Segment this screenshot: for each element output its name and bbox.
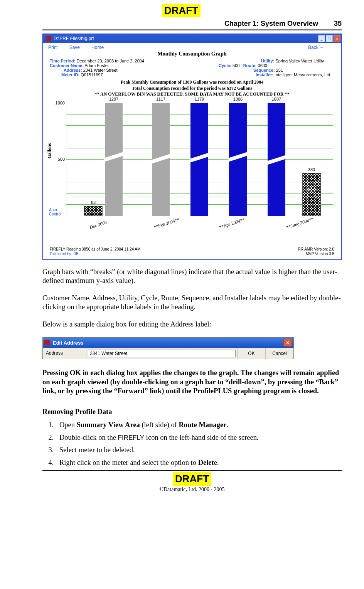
- dialog-titlebar: Edit Address ×: [43, 338, 293, 348]
- meter-label[interactable]: Meter ID:: [61, 72, 79, 77]
- installer-label[interactable]: Installer:: [256, 72, 273, 77]
- peak-summary: Peak Monthly Consumption of 1389 Gallons…: [43, 79, 341, 98]
- bar-value: 1306: [226, 97, 249, 101]
- x-label: **June 2004**: [285, 216, 314, 231]
- address-input[interactable]: [88, 350, 236, 357]
- sequence-value: 251: [276, 68, 283, 72]
- copyright: ©Datamatic, Ltd. 2000 - 2005: [42, 486, 342, 493]
- bar-value: 1117: [149, 97, 172, 101]
- section-heading: Removing Profile Data: [42, 408, 342, 416]
- print-link[interactable]: Print: [48, 45, 58, 50]
- edit-address-dialog: Edit Address × Address OK Cancel: [42, 337, 294, 359]
- installer-value: Intelligent Measurements, Ltd: [275, 72, 330, 77]
- app-icon: [46, 36, 51, 41]
- draft-watermark-top: DRAFT: [162, 4, 201, 17]
- footer-version-2: MVP Version 3.5: [298, 252, 334, 256]
- dialog-field-label: Address: [43, 348, 86, 359]
- page-header: Chapter 1: System Overview 35: [42, 20, 342, 28]
- utility-value: Spring Valley Water Utility: [275, 59, 324, 63]
- route-label[interactable]: Route:: [243, 63, 257, 68]
- plot-area: 1000 500 83 1297 1117 1179 1306 1087 380: [66, 103, 333, 216]
- y-axis-label: Gallons: [47, 143, 52, 158]
- peak-line-2: Total Consumption recorded for the perio…: [43, 86, 341, 92]
- customer-label[interactable]: Customer Name:: [50, 63, 84, 68]
- address-label[interactable]: Address:: [64, 68, 82, 72]
- bar-may-overflow[interactable]: 1087: [268, 103, 285, 216]
- steps-list: Open Summary View Area (left side) of Ro…: [42, 420, 342, 468]
- ok-button[interactable]: OK: [237, 348, 265, 359]
- meter-value: Q01511697: [81, 72, 103, 77]
- footer-reading: FIREFLY Reading 3850 as of June 2, 2004 …: [50, 247, 140, 252]
- time-period-value: December 20, 2003 to June 2, 2004: [77, 59, 145, 63]
- window-titlebar: D:\PRF Files\big.prf _ □ ×: [43, 34, 341, 43]
- maximize-button[interactable]: □: [326, 35, 333, 42]
- window-title: D:\PRF Files\big.prf: [54, 36, 94, 41]
- bar-feb-overflow[interactable]: 1117: [152, 103, 170, 216]
- bar-value: 1179: [188, 97, 211, 101]
- paragraph-ok-note: Pressing OK in each dialog box applies t…: [42, 369, 342, 395]
- graph-menubar: Print Save Home Back ←: [43, 43, 341, 52]
- paragraph-dialog-intro: Below is a sample dialog box for editing…: [42, 320, 342, 329]
- bar-value: 380: [300, 167, 323, 172]
- header-rule: [42, 29, 342, 30]
- footer-version-1: RR AMR Version: 2.0: [298, 247, 334, 252]
- cycle-label[interactable]: Cycle:: [219, 63, 231, 68]
- cycle-value: 500: [233, 63, 239, 68]
- dialog-close-button[interactable]: ×: [283, 339, 292, 347]
- paragraph-breaks: Graph bars with “breaks” (or white diago…: [42, 268, 342, 285]
- footer-extracted: Extracted by: RB: [50, 252, 140, 256]
- y-tick-1000: 1000: [52, 101, 66, 105]
- customer-value: Adam Foster: [84, 63, 109, 68]
- bar-dec-hatch[interactable]: 83: [84, 206, 103, 215]
- consumption-graph-window: D:\PRF Files\big.prf _ □ × Print Save Ho…: [42, 34, 342, 260]
- chapter-title: Chapter 1: System Overview: [224, 20, 318, 27]
- step-2: Double-click on the FIREFLY icon on the …: [56, 432, 342, 443]
- chart-area: Gallons AutoControl 1000 500 83 1297 111…: [49, 101, 335, 243]
- sequence-label[interactable]: Sequence:: [253, 68, 275, 72]
- bar-mar-overflow[interactable]: 1179: [190, 103, 208, 216]
- page-number: 35: [326, 20, 342, 28]
- cancel-button[interactable]: Cancel: [265, 348, 293, 359]
- route-value: 0600: [258, 63, 267, 68]
- close-button[interactable]: ×: [334, 35, 340, 42]
- minimize-button[interactable]: _: [318, 35, 325, 42]
- home-link[interactable]: Home: [91, 45, 104, 50]
- x-label: **Feb 2004**: [153, 217, 180, 231]
- bar-value: 1087: [265, 97, 288, 101]
- dialog-icon: [44, 340, 50, 345]
- time-period-label[interactable]: Time Period:: [50, 59, 75, 63]
- save-link[interactable]: Save: [69, 45, 80, 50]
- peak-line-1: Peak Monthly Consumption of 1389 Gallons…: [43, 79, 341, 86]
- graph-title: Monthly Consumption Graph: [43, 51, 341, 57]
- step-1: Open Summary View Area (left side) of Ro…: [56, 420, 342, 430]
- draft-watermark-bottom: DRAFT: [173, 472, 211, 486]
- bar-jun-hatch[interactable]: 380: [302, 173, 321, 215]
- bar-value: 1297: [102, 97, 125, 101]
- footer-rule: [42, 470, 342, 471]
- x-label: Dec 2003: [89, 219, 108, 231]
- utility-label[interactable]: Utility:: [261, 59, 274, 63]
- bar-apr-overflow[interactable]: 1306: [229, 103, 247, 216]
- paragraph-labels: Customer Name, Address, Utility, Cycle, …: [42, 294, 342, 311]
- bar-dec-overflow[interactable]: 1297: [105, 103, 123, 216]
- step-4: Right click on the meter and select the …: [56, 458, 342, 468]
- dialog-title: Edit Address: [53, 340, 84, 346]
- back-link[interactable]: Back ←: [308, 45, 324, 50]
- y-tick-500: 500: [52, 157, 66, 162]
- step-3: Select meter to be deleted.: [56, 445, 342, 455]
- address-value: 2341 Water Street: [83, 68, 118, 72]
- x-label: **Apr 2004**: [218, 217, 245, 231]
- auto-control-link[interactable]: AutoControl: [49, 208, 61, 216]
- bar-value: 83: [82, 200, 105, 205]
